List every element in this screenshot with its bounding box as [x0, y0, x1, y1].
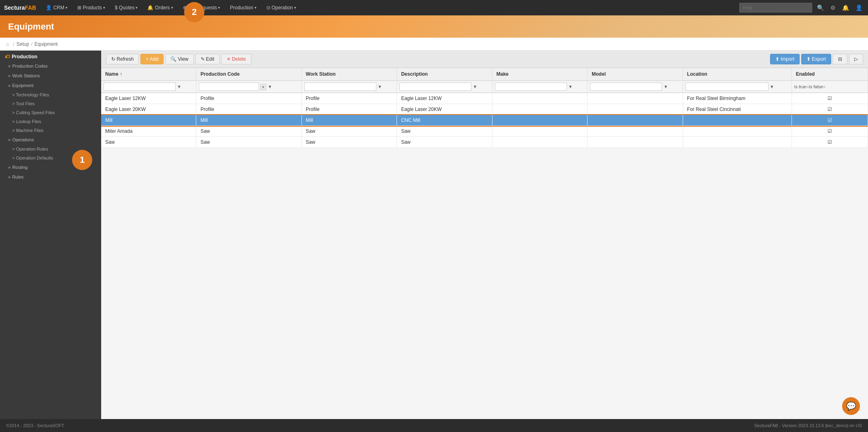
- content-area: ↻ Refresh + Add 🔍 View ✎ Edit ✕ Delete ⬆…: [101, 51, 868, 419]
- sidebar: 🏷 Production » Production Codes » Work S…: [0, 51, 101, 419]
- main-layout: 🏷 Production » Production Codes » Work S…: [0, 51, 868, 419]
- page-title: Equipment: [8, 21, 54, 32]
- search-icon[interactable]: 🔍: [815, 4, 826, 11]
- annotation-1: 1: [72, 150, 92, 170]
- page-header: Equipment: [0, 15, 868, 38]
- filter-name-funnel[interactable]: ▼: [177, 84, 181, 89]
- footer: ©2014 - 2023 - SecturaSOFT SecturaFAB - …: [0, 419, 868, 432]
- table-row[interactable]: Eagle Laser 20KWProfileProfileEagle Lase…: [101, 104, 868, 115]
- notifications-icon[interactable]: 🔔: [840, 4, 851, 11]
- col-production-code: Production Code: [196, 68, 301, 81]
- filter-work-station-funnel[interactable]: ▼: [378, 84, 382, 89]
- chat-button[interactable]: 💬: [842, 397, 860, 415]
- tag-icon: 🏷: [5, 54, 10, 60]
- export-button[interactable]: ⬆ Export: [801, 54, 831, 64]
- sidebar-item-work-stations[interactable]: » Work Stations: [0, 71, 101, 81]
- help-search[interactable]: [739, 3, 812, 13]
- refresh-button[interactable]: ↻ Refresh: [106, 54, 139, 64]
- table-row[interactable]: Eagle Laser 12KWProfileProfileEagle Lase…: [101, 93, 868, 104]
- annotation-2: 2: [184, 2, 204, 22]
- col-model: Model: [588, 68, 683, 81]
- delete-button[interactable]: ✕ Delete: [221, 54, 251, 64]
- nav-crm[interactable]: 👤 CRM▾: [42, 0, 72, 15]
- table-header-row: Name ↑ Production Code Work Station Desc…: [101, 68, 868, 81]
- filter-row: ▼ ▾ ▼ ▼: [101, 81, 868, 93]
- filter-enabled-label: is true○is false○: [794, 84, 826, 89]
- equipment-table: Name ↑ Production Code Work Station Desc…: [101, 68, 868, 148]
- nav-quotes[interactable]: $ Quotes▾: [111, 0, 142, 15]
- columns-button[interactable]: ⊟: [833, 54, 847, 64]
- sidebar-item-machine-files[interactable]: > Machine Files: [0, 126, 101, 135]
- nav-operation[interactable]: ⊙ Operation▾: [262, 0, 300, 15]
- filter-name-input[interactable]: [104, 83, 176, 91]
- filter-name: ▼: [101, 81, 196, 93]
- filter-model-funnel[interactable]: ▼: [664, 84, 668, 89]
- filter-make-input[interactable]: [495, 83, 567, 91]
- breadcrumb-setup[interactable]: Setup: [17, 41, 29, 47]
- nav-right: 🔍 ⚙ 🔔 👤: [739, 3, 864, 13]
- filter-work-station: ▼: [301, 81, 397, 93]
- col-location: Location: [683, 68, 792, 81]
- nav-orders[interactable]: 🔔 Orders▾: [143, 0, 177, 15]
- col-make: Make: [492, 68, 588, 81]
- table-container: Name ↑ Production Code Work Station Desc…: [101, 68, 868, 148]
- sidebar-item-equipment[interactable]: » Equipment: [0, 81, 101, 90]
- filter-location: ▼: [683, 81, 792, 93]
- brand-text: Sectura: [4, 4, 25, 11]
- filter-production-code-funnel[interactable]: ▼: [267, 84, 272, 89]
- filter-location-funnel[interactable]: ▼: [770, 84, 774, 89]
- sidebar-section-production: 🏷 Production: [0, 51, 101, 61]
- sidebar-item-operations[interactable]: » Operations: [0, 135, 101, 145]
- col-work-station: Work Station: [301, 68, 397, 81]
- top-nav: SecturaFAB 👤 CRM▾ ⊞ Products▾ $ Quotes▾ …: [0, 0, 868, 15]
- edit-button[interactable]: ✎ Edit: [195, 54, 220, 64]
- table-row[interactable]: MillMillMillCNC Mill☑: [101, 115, 868, 126]
- add-button[interactable]: + Add: [140, 54, 163, 64]
- toolbar-right: ⬆ Import ⬆ Export ⊟ ▷: [770, 54, 863, 64]
- user-icon[interactable]: 👤: [854, 4, 864, 11]
- filter-production-code: ▾ ▼: [196, 81, 301, 93]
- filter-model-input[interactable]: [590, 83, 662, 91]
- table-body: Eagle Laser 12KWProfileProfileEagle Lase…: [101, 93, 868, 148]
- filter-model: ▼: [588, 81, 683, 93]
- nav-products[interactable]: ⊞ Products▾: [73, 0, 109, 15]
- sidebar-item-production-codes[interactable]: » Production Codes: [0, 61, 101, 71]
- footer-version: SecturaFAB - Version 2023.10.13.6 [kec_d…: [754, 423, 862, 428]
- filter-make: ▼: [492, 81, 588, 93]
- filter-description-input[interactable]: [399, 83, 471, 91]
- sidebar-item-tool-files[interactable]: > Tool Files: [0, 99, 101, 108]
- sidebar-item-rules[interactable]: » Rules: [0, 172, 101, 182]
- sidebar-item-cutting-speed-files[interactable]: > Cutting Speed Files: [0, 108, 101, 117]
- table-row[interactable]: SawSawSawSaw☑: [101, 137, 868, 148]
- view-button[interactable]: 🔍 View: [165, 54, 193, 64]
- settings-icon[interactable]: ⚙: [829, 4, 837, 11]
- col-description: Description: [397, 68, 492, 81]
- nav-production[interactable]: Production▾: [226, 0, 260, 15]
- breadcrumb: ⌂ / Setup / Equipment: [0, 38, 868, 51]
- sidebar-item-technology-files[interactable]: > Technology Files: [0, 90, 101, 99]
- more-button[interactable]: ▷: [849, 54, 863, 64]
- filter-production-code-input[interactable]: [199, 83, 259, 91]
- import-button[interactable]: ⬆ Import: [770, 54, 800, 64]
- filter-enabled: is true○is false○: [792, 81, 868, 93]
- filter-production-code-arrow[interactable]: ▾: [260, 84, 266, 90]
- col-enabled: Enabled: [792, 68, 868, 81]
- filter-location-input[interactable]: [685, 83, 768, 91]
- filter-description-funnel[interactable]: ▼: [473, 84, 478, 89]
- breadcrumb-current: Equipment: [34, 41, 57, 47]
- footer-copyright: ©2014 - 2023 - SecturaSOFT: [6, 423, 64, 428]
- table-row[interactable]: Miter AmadaSawSawSaw☑: [101, 126, 868, 137]
- toolbar: ↻ Refresh + Add 🔍 View ✎ Edit ✕ Delete ⬆…: [101, 51, 868, 68]
- brand-logo[interactable]: SecturaFAB: [4, 4, 36, 11]
- home-icon[interactable]: ⌂: [6, 41, 9, 47]
- filter-description: ▼: [397, 81, 492, 93]
- filter-make-funnel[interactable]: ▼: [568, 84, 573, 89]
- sidebar-item-lookup-files[interactable]: > Lookup Files: [0, 117, 101, 126]
- filter-work-station-input[interactable]: [304, 83, 376, 91]
- col-name: Name ↑: [101, 68, 196, 81]
